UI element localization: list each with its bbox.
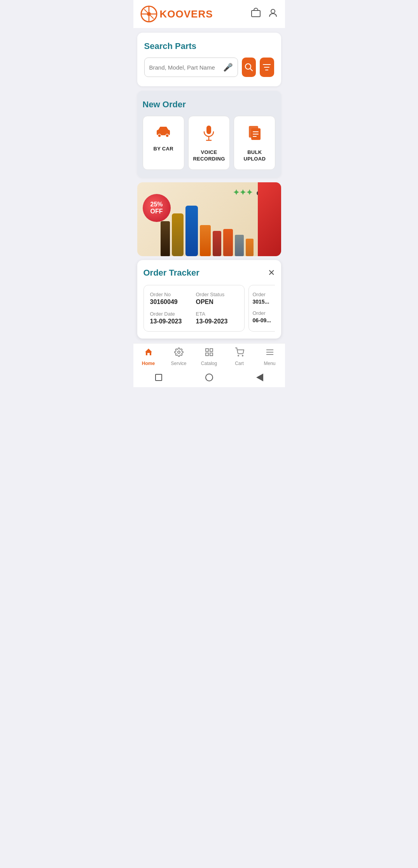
close-tracker-button[interactable]: ✕ [268,268,275,278]
svg-point-25 [242,355,243,356]
bulk-upload-icon [248,125,262,145]
banner-section[interactable]: 25% OFF ✦✦✦ elofic [137,182,281,256]
svg-point-19 [178,351,180,353]
svg-point-10 [166,134,169,137]
search-button[interactable] [242,58,256,77]
car-icon [155,125,171,141]
service-icon [174,348,184,359]
svg-rect-11 [206,126,211,134]
logo: KOOVERS [140,5,213,23]
nav-service-label: Service [171,361,186,366]
bulk-upload-label: BULK UPLOAD [238,149,271,162]
header-icons [251,8,278,20]
system-nav-bar [133,369,285,387]
nav-service[interactable]: Service [167,348,191,366]
order-eta-field: ETA 13-09-2023 [196,311,238,325]
by-car-label: BY CAR [153,146,173,152]
voice-icon [203,125,215,145]
nav-cart-label: Cart [235,361,244,366]
order-card-0[interactable]: Order No 30160049 Order Status OPEN Orde… [143,285,245,332]
order-tracker-section: Order Tracker ✕ Order No 30160049 Order … [137,260,281,339]
svg-point-24 [238,355,239,356]
order-card-1[interactable]: Order 3015... Order 06-09... [248,285,275,332]
logo-icon [140,5,157,23]
system-back-button[interactable] [154,373,163,382]
system-circle-icon [205,374,213,381]
nav-cart[interactable]: Cart [228,348,251,366]
menu-icon [265,348,275,359]
order-card-0-grid: Order No 30160049 Order Status OPEN Orde… [150,292,238,325]
new-order-section: New Order BY CAR [137,91,281,178]
brand-dots-icon: ✦✦✦ [233,188,253,197]
microphone-icon[interactable]: 🎤 [223,63,233,72]
header: KOOVERS [133,0,285,28]
nav-home-label: Home [142,361,155,366]
order-status-field: Order Status OPEN [196,292,238,306]
svg-rect-20 [206,349,208,351]
search-title: Search Parts [144,41,274,51]
banner-inner: 25% OFF ✦✦✦ elofic [137,182,281,256]
bottom-nav: Home Service Catalog [133,343,285,369]
voice-recording-option[interactable]: VOICERECORDING [188,116,230,170]
home-icon [144,348,153,359]
search-section: Search Parts 🎤 [137,33,281,86]
banner-discount-badge: 25% OFF [143,194,171,222]
cart-icon[interactable] [251,8,261,20]
svg-rect-22 [206,353,208,356]
order-cards-row: Order No 30160049 Order Status OPEN Orde… [143,285,275,332]
tracker-title: Order Tracker [143,268,199,278]
system-triangle-icon [256,374,263,381]
user-icon[interactable] [268,8,278,20]
tracker-header: Order Tracker ✕ [143,268,275,278]
nav-menu[interactable]: Menu [258,348,282,366]
nav-catalog[interactable]: Catalog [198,348,221,366]
system-home-button[interactable] [205,373,213,382]
nav-menu-label: Menu [264,361,275,366]
svg-rect-23 [210,353,213,356]
logo-text: KOOVERS [160,8,213,20]
by-car-option[interactable]: BY CAR [143,116,184,170]
svg-rect-4 [252,10,260,17]
system-recents-button[interactable] [255,373,264,382]
nav-home[interactable]: Home [137,348,160,366]
catalog-icon [205,348,214,359]
search-input[interactable] [149,64,223,71]
svg-point-9 [158,134,161,137]
svg-line-7 [250,69,252,71]
voice-recording-label: VOICERECORDING [193,149,225,162]
new-order-title: New Order [143,100,276,110]
nav-catalog-label: Catalog [201,361,217,366]
svg-point-5 [271,9,275,13]
filter-button[interactable] [260,58,274,77]
bulk-upload-option[interactable]: BULK UPLOAD [234,116,275,170]
svg-rect-21 [210,349,213,351]
order-date-field: Order Date 13-09-2023 [150,311,192,325]
order-options: BY CAR VOICERECORDING [143,116,276,170]
system-square-icon [155,374,162,381]
banner-red-panel [258,182,281,256]
search-row: 🎤 [144,58,274,77]
search-input-wrapper[interactable]: 🎤 [144,58,238,77]
order-no-field: Order No 30160049 [150,292,192,306]
cart-nav-icon [235,348,244,359]
